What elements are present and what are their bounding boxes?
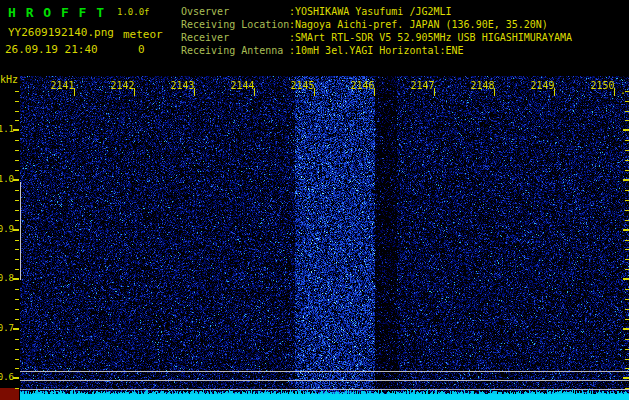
time-tick bbox=[614, 88, 615, 96]
freq-minor-tick-left bbox=[15, 140, 19, 141]
station-info-label: Ovserver bbox=[181, 5, 229, 18]
freq-major-tick-left bbox=[13, 377, 19, 379]
freq-major-tick-right bbox=[623, 377, 629, 379]
mode-label: meteor bbox=[123, 28, 163, 41]
freq-minor-tick-right bbox=[625, 319, 629, 320]
time-tick bbox=[314, 88, 315, 96]
freq-major-tick-right bbox=[623, 229, 629, 231]
freq-major-tick-right bbox=[623, 179, 629, 181]
freq-tick-label: 1.0 bbox=[0, 174, 14, 184]
capture-datetime: 26.09.19 21:40 bbox=[5, 43, 98, 56]
time-tick bbox=[374, 88, 375, 96]
freq-major-tick-left bbox=[13, 328, 19, 330]
freq-minor-tick-left bbox=[15, 269, 19, 270]
freq-major-tick-left bbox=[13, 129, 19, 131]
freq-minor-tick-right bbox=[625, 388, 629, 389]
freq-minor-tick-left bbox=[15, 111, 19, 112]
time-tick bbox=[134, 88, 135, 96]
freq-major-tick-left bbox=[13, 179, 19, 181]
meteor-count: 0 bbox=[138, 43, 145, 56]
freq-minor-tick-left bbox=[15, 150, 19, 151]
station-info-label: Receiving Location bbox=[181, 18, 289, 31]
freq-tick-label: 0.6 bbox=[0, 372, 14, 382]
time-tick bbox=[434, 88, 435, 96]
time-tick bbox=[494, 88, 495, 96]
freq-minor-tick-right bbox=[625, 170, 629, 171]
hrofft-window: H R O F F T 1.0.0f YY2609192140.png mete… bbox=[0, 0, 629, 400]
freq-tick-label: 0.8 bbox=[0, 273, 14, 283]
freq-minor-tick-left bbox=[15, 309, 19, 310]
freq-major-tick-right bbox=[623, 328, 629, 330]
freq-major-tick-left bbox=[13, 278, 19, 280]
freq-minor-tick-left bbox=[15, 368, 19, 369]
freq-minor-tick-right bbox=[625, 111, 629, 112]
freq-minor-tick-left bbox=[15, 359, 19, 360]
spectrogram-canvas bbox=[20, 76, 629, 400]
station-info-value: :10mH 3el.YAGI Horizontal:ENE bbox=[289, 44, 464, 57]
freq-tick-label: 0.7 bbox=[0, 323, 14, 333]
time-tick bbox=[554, 88, 555, 96]
freq-minor-tick-left bbox=[15, 160, 19, 161]
freq-minor-tick-right bbox=[625, 349, 629, 350]
freq-minor-tick-left bbox=[15, 210, 19, 211]
freq-minor-tick-right bbox=[625, 190, 629, 191]
time-tick bbox=[254, 88, 255, 96]
freq-minor-tick-right bbox=[625, 101, 629, 102]
freq-minor-tick-left bbox=[15, 200, 19, 201]
freq-minor-tick-left bbox=[15, 339, 19, 340]
freq-minor-tick-right bbox=[625, 249, 629, 250]
freq-minor-tick-right bbox=[625, 309, 629, 310]
app-title: H R O F F T bbox=[8, 5, 105, 20]
freq-minor-tick-left bbox=[15, 249, 19, 250]
station-info-value: :Nagoya Aichi-pref. JAPAN (136.90E, 35.2… bbox=[289, 18, 548, 31]
freq-major-tick-right bbox=[623, 129, 629, 131]
app-version: 1.0.0f bbox=[117, 7, 150, 17]
freq-minor-tick-right bbox=[625, 368, 629, 369]
freq-minor-tick-right bbox=[625, 339, 629, 340]
freq-minor-tick-right bbox=[625, 289, 629, 290]
freq-minor-tick-left bbox=[15, 120, 19, 121]
station-info-value: :YOSHIKAWA Yasufumi /JG2MLI bbox=[289, 5, 452, 18]
freq-major-tick-right bbox=[623, 278, 629, 280]
freq-minor-tick-left bbox=[15, 190, 19, 191]
station-info-value: :SMArt RTL-SDR V5 52.905MHz USB HIGASHIM… bbox=[289, 31, 572, 44]
freq-tick-label: 1.1 bbox=[0, 124, 14, 134]
freq-minor-tick-right bbox=[625, 91, 629, 92]
freq-minor-tick-right bbox=[625, 240, 629, 241]
freq-minor-tick-left bbox=[15, 101, 19, 102]
calibration-block bbox=[0, 388, 19, 400]
freq-major-tick-left bbox=[13, 229, 19, 231]
time-tick bbox=[194, 88, 195, 96]
freq-minor-tick-left bbox=[15, 240, 19, 241]
freq-minor-tick-right bbox=[625, 160, 629, 161]
freq-minor-tick-left bbox=[15, 388, 19, 389]
freq-minor-tick-right bbox=[625, 140, 629, 141]
freq-axis-unit: kHz bbox=[0, 74, 18, 85]
station-info-label: Receiver bbox=[181, 31, 229, 44]
freq-minor-tick-right bbox=[625, 220, 629, 221]
freq-minor-tick-right bbox=[625, 210, 629, 211]
time-tick bbox=[74, 88, 75, 96]
freq-minor-tick-left bbox=[15, 220, 19, 221]
freq-minor-tick-right bbox=[625, 269, 629, 270]
freq-minor-tick-right bbox=[625, 150, 629, 151]
freq-minor-tick-right bbox=[625, 120, 629, 121]
freq-minor-tick-left bbox=[15, 170, 19, 171]
freq-minor-tick-left bbox=[15, 299, 19, 300]
freq-minor-tick-left bbox=[15, 259, 19, 260]
freq-minor-tick-right bbox=[625, 259, 629, 260]
freq-minor-tick-right bbox=[625, 299, 629, 300]
freq-minor-tick-left bbox=[15, 319, 19, 320]
freq-minor-tick-left bbox=[15, 289, 19, 290]
capture-filename: YY2609192140.png bbox=[8, 26, 114, 39]
freq-minor-tick-right bbox=[625, 200, 629, 201]
station-info-label: Receiving Antenna bbox=[181, 44, 283, 57]
freq-minor-tick-left bbox=[15, 349, 19, 350]
freq-tick-label: 0.9 bbox=[0, 224, 14, 234]
freq-minor-tick-right bbox=[625, 359, 629, 360]
freq-minor-tick-left bbox=[15, 91, 19, 92]
